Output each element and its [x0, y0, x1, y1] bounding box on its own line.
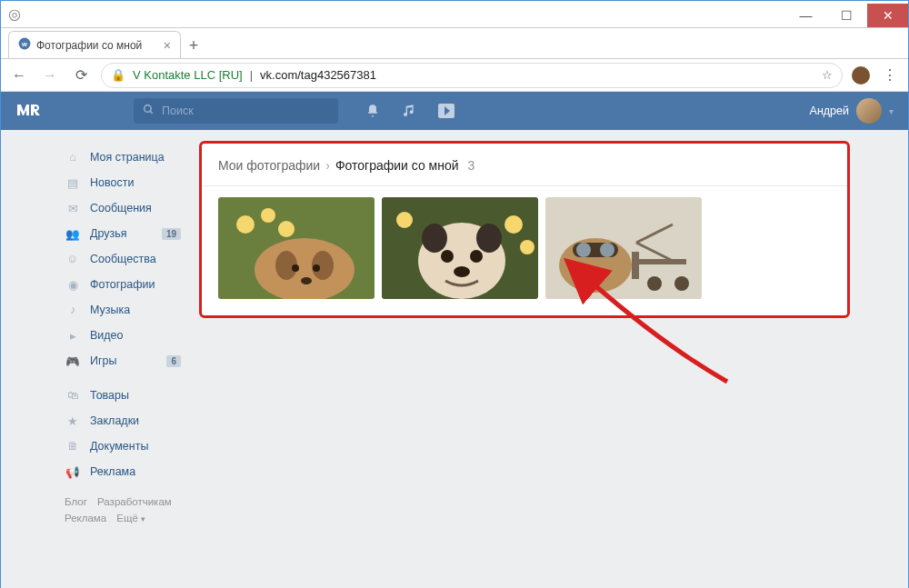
sidebar-item-video[interactable]: ▸Видео [59, 323, 186, 348]
photo-grid [202, 186, 847, 315]
reload-button[interactable]: ⟳ [70, 65, 92, 86]
sidebar-footer: Блог Разработчикам Реклама Ещё ▾ [59, 484, 186, 536]
sidebar-item-label: Фотографии [90, 278, 155, 291]
sidebar-item-bookmarks[interactable]: ★Закладки [59, 408, 186, 434]
breadcrumb: Мои фотографии › Фотографии со мной 3 [202, 144, 847, 186]
avatar-icon [856, 98, 882, 124]
news-icon: ▤ [65, 176, 81, 190]
tab-close-icon[interactable]: × [164, 38, 171, 53]
sidebar-item-music[interactable]: ♪Музыка [59, 297, 186, 323]
search-icon [143, 104, 155, 118]
footer-link-more[interactable]: Ещё ▾ [116, 513, 145, 523]
photo-thumbnail[interactable] [218, 197, 375, 299]
badge: 19 [162, 228, 181, 240]
vk-user-menu[interactable]: Андрей ▾ [810, 98, 894, 124]
sidebar-item-label: Сообщения [90, 202, 152, 214]
footer-link-devs[interactable]: Разработчикам [97, 496, 172, 507]
vk-search-input[interactable]: Поиск [134, 98, 338, 124]
friends-icon: 👥 [65, 227, 81, 241]
addr-separator: | [250, 68, 253, 82]
ads-icon: 📢 [65, 465, 81, 479]
sidebar: ⌂Моя страница ▤Новости ✉Сообщения 👥Друзь… [59, 141, 186, 588]
sidebar-item-market[interactable]: 🛍Товары [59, 383, 186, 408]
sidebar-item-label: Новости [90, 176, 134, 189]
browser-tabstrip: w Фотографии со мной × + [1, 28, 908, 59]
photo-thumbnail[interactable] [382, 197, 538, 299]
sidebar-item-label: Товары [90, 389, 129, 402]
footer-link-ads[interactable]: Реклама [65, 513, 106, 523]
music-icon[interactable] [402, 103, 418, 119]
photo-thumbnail[interactable] [545, 197, 702, 299]
window-maximize-button[interactable]: ☐ [826, 4, 867, 27]
groups-icon: ☺ [65, 253, 81, 265]
search-placeholder: Поиск [162, 105, 194, 117]
window-close-button[interactable]: ✕ [867, 4, 908, 27]
browser-menu-icon[interactable]: ⋮ [879, 66, 901, 84]
sidebar-item-messages[interactable]: ✉Сообщения [59, 195, 186, 221]
sidebar-item-ads[interactable]: 📢Реклама [59, 459, 186, 484]
window-minimize-button[interactable]: — [785, 4, 826, 27]
svg-point-12 [313, 264, 320, 272]
sidebar-item-news[interactable]: ▤Новости [59, 170, 186, 195]
svg-point-7 [278, 221, 295, 237]
back-button[interactable]: ← [8, 65, 30, 86]
address-bar[interactable]: 🔒 V Kontakte LLC [RU] | vk.com/tag432567… [101, 63, 843, 88]
browser-tab[interactable]: w Фотографии со мной × [8, 31, 181, 58]
vk-header: Поиск Андрей ▾ [1, 92, 908, 130]
browser-app-icon: ◎ [1, 5, 28, 23]
sidebar-item-label: Видео [90, 329, 124, 342]
tab-title: Фотографии со мной [36, 39, 158, 52]
forward-button[interactable]: → [39, 65, 61, 86]
sidebar-item-label: Музыка [90, 304, 130, 316]
sidebar-item-photos[interactable]: ◉Фотографии [59, 272, 186, 297]
sidebar-item-groups[interactable]: ☺Сообщества [59, 246, 186, 272]
home-icon: ⌂ [65, 151, 81, 164]
svg-point-5 [236, 215, 255, 234]
svg-point-11 [292, 264, 299, 272]
svg-text:w: w [21, 40, 27, 48]
sidebar-item-docs[interactable]: 🗎Документы [59, 434, 186, 459]
sidebar-item-friends[interactable]: 👥Друзья19 [59, 221, 186, 246]
sidebar-item-label: Сообщества [90, 253, 156, 265]
sidebar-item-label: Реклама [90, 465, 135, 478]
sidebar-item-games[interactable]: 🎮Игры6 [59, 348, 186, 374]
vk-logo-icon[interactable] [15, 103, 52, 119]
sidebar-item-label: Закладки [90, 414, 139, 427]
market-icon: 🛍 [65, 389, 81, 402]
svg-point-28 [600, 243, 614, 257]
browser-toolbar: ← → ⟳ 🔒 V Kontakte LLC [RU] | vk.com/tag… [1, 59, 908, 92]
breadcrumb-current: Фотографии со мной [335, 158, 459, 173]
svg-rect-31 [632, 252, 639, 279]
lock-icon: 🔒 [111, 68, 125, 82]
breadcrumb-root[interactable]: Мои фотографии [218, 158, 320, 173]
svg-point-19 [422, 224, 447, 253]
sidebar-item-label: Игры [90, 354, 116, 367]
extension-icon[interactable] [852, 66, 870, 85]
sidebar-item-label: Друзья [90, 227, 127, 240]
new-tab-button[interactable]: + [181, 33, 206, 58]
svg-point-29 [590, 268, 601, 275]
photos-panel: Мои фотографии › Фотографии со мной 3 [199, 141, 850, 318]
window-titlebar: ◎ — ☐ ✕ [1, 1, 908, 28]
video-icon: ▸ [65, 329, 81, 343]
video-play-icon[interactable] [438, 103, 454, 119]
vk-favicon-icon: w [18, 37, 31, 53]
chevron-right-icon: › [325, 158, 330, 173]
svg-line-3 [150, 111, 153, 114]
footer-link-blog[interactable]: Блог [65, 496, 87, 507]
svg-point-27 [576, 243, 591, 257]
svg-point-20 [476, 224, 502, 253]
chevron-down-icon: ▾ [889, 106, 894, 116]
bookmark-icon[interactable]: ☆ [822, 68, 833, 82]
addr-url: vk.com/tag432567381 [260, 68, 376, 82]
svg-point-32 [647, 276, 662, 291]
svg-point-16 [504, 215, 523, 234]
notifications-icon[interactable] [365, 103, 382, 119]
photos-icon: ◉ [65, 278, 81, 292]
sidebar-item-my-page[interactable]: ⌂Моя страница [59, 145, 186, 170]
bookmark-icon: ★ [65, 414, 81, 428]
svg-point-17 [520, 240, 534, 254]
sidebar-item-label: Моя страница [90, 151, 165, 164]
messages-icon: ✉ [65, 202, 81, 215]
badge: 6 [166, 355, 181, 367]
